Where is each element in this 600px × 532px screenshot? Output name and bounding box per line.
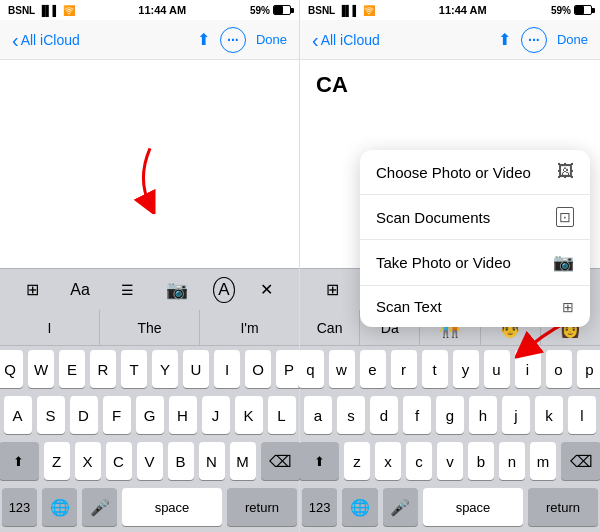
menu-item-scan-documents-label: Scan Documents xyxy=(376,209,490,226)
key-N[interactable]: N xyxy=(199,442,225,480)
key-Z[interactable]: Z xyxy=(44,442,70,480)
key-T[interactable]: T xyxy=(121,350,147,388)
menu-item-take-photo[interactable]: Take Photo or Video 📷 xyxy=(360,240,590,286)
key-a[interactable]: a xyxy=(304,396,332,434)
left-done-button[interactable]: Done xyxy=(256,32,287,47)
menu-item-take-photo-icon: 📷 xyxy=(553,252,574,273)
left-camera-icon[interactable]: 📷 xyxy=(160,275,194,305)
left-autocomplete-im[interactable]: I'm xyxy=(200,310,299,345)
key-x[interactable]: x xyxy=(375,442,401,480)
right-mic-key[interactable]: 🎤 xyxy=(383,488,418,526)
key-F[interactable]: F xyxy=(103,396,131,434)
key-M[interactable]: M xyxy=(230,442,256,480)
right-carrier: BSNL xyxy=(308,5,335,16)
key-b[interactable]: b xyxy=(468,442,494,480)
key-m[interactable]: m xyxy=(530,442,556,480)
left-autocomplete-row: I The I'm xyxy=(0,310,299,346)
key-S[interactable]: S xyxy=(37,396,65,434)
key-y[interactable]: y xyxy=(453,350,479,388)
key-R[interactable]: R xyxy=(90,350,116,388)
key-v[interactable]: v xyxy=(437,442,463,480)
key-E[interactable]: E xyxy=(59,350,85,388)
key-J[interactable]: J xyxy=(202,396,230,434)
key-u[interactable]: u xyxy=(484,350,510,388)
key-n[interactable]: n xyxy=(499,442,525,480)
left-battery-pct: 59% xyxy=(250,5,270,16)
key-I[interactable]: I xyxy=(214,350,240,388)
left-autocomplete-i[interactable]: I xyxy=(0,310,100,345)
right-back-button[interactable]: All iCloud xyxy=(312,30,380,50)
menu-item-scan-text[interactable]: Scan Text ⊞ xyxy=(360,286,590,327)
key-c[interactable]: c xyxy=(406,442,432,480)
key-z[interactable]: z xyxy=(344,442,370,480)
menu-item-choose-photo[interactable]: Choose Photo or Video 🖼 xyxy=(360,150,590,195)
key-U[interactable]: U xyxy=(183,350,209,388)
key-f[interactable]: f xyxy=(403,396,431,434)
key-L[interactable]: L xyxy=(268,396,296,434)
key-r[interactable]: r xyxy=(391,350,417,388)
right-done-button[interactable]: Done xyxy=(557,32,588,47)
left-share-icon[interactable]: ⬆ xyxy=(197,30,210,49)
key-B[interactable]: B xyxy=(168,442,194,480)
left-text-icon[interactable]: Aa xyxy=(64,277,96,303)
dropdown-menu: Choose Photo or Video 🖼 Scan Documents ⊡… xyxy=(360,150,590,327)
right-space-key[interactable]: space xyxy=(423,488,523,526)
key-G[interactable]: G xyxy=(136,396,164,434)
key-w[interactable]: w xyxy=(329,350,355,388)
left-close-icon[interactable]: ✕ xyxy=(254,276,279,303)
key-V[interactable]: V xyxy=(137,442,163,480)
left-note-area[interactable] xyxy=(0,60,299,268)
key-X[interactable]: X xyxy=(75,442,101,480)
right-delete-key[interactable]: ⌫ xyxy=(561,442,600,480)
key-A[interactable]: A xyxy=(4,396,32,434)
right-emoji-key[interactable]: 🌐 xyxy=(342,488,377,526)
left-more-button[interactable]: ··· xyxy=(220,27,246,53)
right-grid-icon[interactable]: ⊞ xyxy=(320,276,345,303)
right-battery-pct: 59% xyxy=(551,5,571,16)
right-more-button[interactable]: ··· xyxy=(521,27,547,53)
key-Y[interactable]: Y xyxy=(152,350,178,388)
key-W[interactable]: W xyxy=(28,350,54,388)
key-K[interactable]: K xyxy=(235,396,263,434)
right-return-key[interactable]: return xyxy=(528,488,598,526)
left-status-bar: BSNL ▐▌▌ 🛜 11:44 AM 59% xyxy=(0,0,299,20)
key-H[interactable]: H xyxy=(169,396,197,434)
right-note-area[interactable]: CA Choose Photo or Video 🖼 Scan Document… xyxy=(300,60,600,268)
left-list-icon[interactable]: ☰ xyxy=(115,278,140,302)
right-key-rows: q w e r t y u i o p a s d f g h j k l xyxy=(300,346,600,532)
left-grid-icon[interactable]: ⊞ xyxy=(20,276,45,303)
key-C[interactable]: C xyxy=(106,442,132,480)
key-h[interactable]: h xyxy=(469,396,497,434)
key-j[interactable]: j xyxy=(502,396,530,434)
right-num-key[interactable]: 123 xyxy=(302,488,337,526)
key-t[interactable]: t xyxy=(422,350,448,388)
left-autocomplete-the[interactable]: The xyxy=(100,310,200,345)
key-O[interactable]: O xyxy=(245,350,271,388)
right-autocomplete-can[interactable]: Can xyxy=(300,310,360,345)
left-return-key[interactable]: return xyxy=(227,488,297,526)
left-shift-key[interactable]: ⬆ xyxy=(0,442,39,480)
key-e[interactable]: e xyxy=(360,350,386,388)
key-d[interactable]: d xyxy=(370,396,398,434)
key-D[interactable]: D xyxy=(70,396,98,434)
key-k[interactable]: k xyxy=(535,396,563,434)
right-shift-key[interactable]: ⬆ xyxy=(299,442,339,480)
key-l[interactable]: l xyxy=(568,396,596,434)
left-delete-key[interactable]: ⌫ xyxy=(261,442,301,480)
right-share-icon[interactable]: ⬆ xyxy=(498,30,511,49)
menu-item-scan-documents[interactable]: Scan Documents ⊡ xyxy=(360,195,590,240)
key-g[interactable]: g xyxy=(436,396,464,434)
key-s[interactable]: s xyxy=(337,396,365,434)
key-Q[interactable]: Q xyxy=(0,350,23,388)
left-space-key[interactable]: space xyxy=(122,488,222,526)
left-pen-icon[interactable]: A xyxy=(213,277,234,303)
left-time: 11:44 AM xyxy=(138,4,186,16)
left-mic-key[interactable]: 🎤 xyxy=(82,488,117,526)
left-carrier: BSNL xyxy=(8,5,35,16)
key-q[interactable]: q xyxy=(298,350,324,388)
right-status-left: BSNL ▐▌▌ 🛜 xyxy=(308,5,375,16)
left-emoji-key[interactable]: 🌐 xyxy=(42,488,77,526)
left-back-button[interactable]: All iCloud xyxy=(12,30,80,50)
left-status-left: BSNL ▐▌▌ 🛜 xyxy=(8,5,75,16)
left-num-key[interactable]: 123 xyxy=(2,488,37,526)
